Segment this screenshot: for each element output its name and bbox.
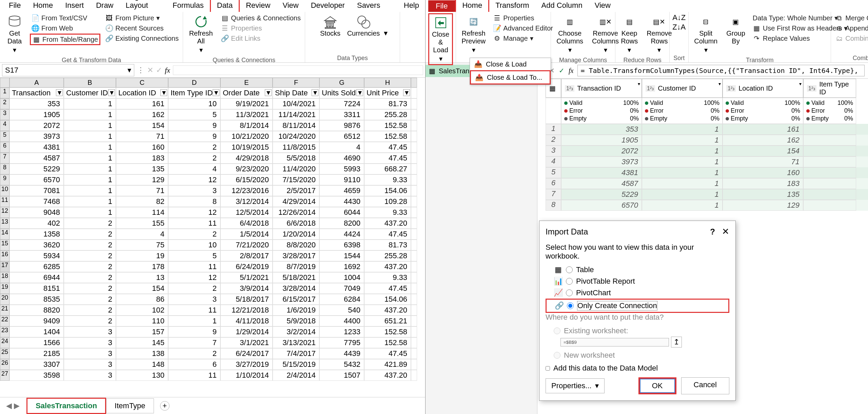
pq-cell[interactable]: 1 [642, 178, 723, 189]
cancel-button[interactable]: Cancel [681, 377, 729, 394]
cell[interactable]: 5 [168, 109, 220, 120]
pq-row-index[interactable]: 6 [546, 178, 561, 189]
cell[interactable]: 2/5/2017 [273, 185, 319, 196]
properties-button[interactable]: Properties...▾ [546, 378, 605, 393]
close-and-load-button[interactable]: Close & Load▾ [428, 13, 453, 65]
get-data-button[interactable]: Get Data ▾ [3, 13, 26, 55]
cell[interactable]: 3598 [9, 370, 64, 381]
row-header[interactable]: 18 [0, 272, 9, 283]
cell[interactable]: 2 [64, 316, 116, 326]
cell[interactable]: 152.58 [364, 120, 411, 131]
cell[interactable]: 9.33 [364, 272, 411, 283]
fx-icon[interactable]: fx [569, 67, 573, 75]
table-header-cell[interactable]: Ship Date▾ [273, 88, 319, 98]
row-header[interactable]: 10 [0, 185, 9, 196]
from-web-button[interactable]: 🌐From Web [30, 23, 100, 33]
cell[interactable]: 6284 [319, 294, 364, 305]
tab-help[interactable]: Help [398, 0, 425, 12]
cell[interactable]: 1 [64, 153, 116, 164]
pq-cell[interactable] [803, 200, 856, 211]
cell[interactable]: 3311 [319, 109, 364, 120]
from-text-csv-button[interactable]: 📄From Text/CSV [30, 13, 100, 23]
cell[interactable]: 4 [116, 229, 168, 240]
cell[interactable]: 5934 [9, 250, 64, 261]
pq-cell[interactable] [803, 135, 856, 146]
cell[interactable]: 255.28 [364, 250, 411, 261]
cell[interactable]: 8/11/2014 [273, 120, 319, 131]
radio-pivot-report[interactable] [566, 278, 573, 285]
close-load-menu-item[interactable]: 📥Close & Load [470, 58, 551, 70]
pq-cell[interactable]: 1 [642, 124, 723, 135]
cell[interactable]: 255.28 [364, 109, 411, 120]
cell[interactable]: 109.28 [364, 196, 411, 207]
cell[interactable]: 145 [116, 337, 168, 348]
cell[interactable]: 7/15/2020 [273, 174, 319, 185]
datatype-overflow[interactable]: ▾ [384, 29, 388, 38]
pq-cell[interactable]: 1 [642, 167, 723, 178]
tab-time-savers[interactable]: Time Savers [351, 0, 398, 12]
cell[interactable]: 3/13/2021 [273, 337, 319, 348]
cell[interactable]: 2 [64, 250, 116, 261]
cell[interactable]: 4400 [319, 316, 364, 326]
cell[interactable]: 47.45 [364, 229, 411, 240]
cell[interactable]: 2 [168, 142, 220, 153]
cell[interactable]: 9110 [319, 174, 364, 185]
cell[interactable]: 157 [116, 326, 168, 337]
cell[interactable]: 12 [168, 207, 220, 218]
cell[interactable]: 9 [168, 131, 220, 142]
pq-cell[interactable]: 1905 [561, 135, 642, 146]
table-header-cell[interactable]: Item Type ID▾ [168, 88, 220, 98]
cell[interactable]: 7049 [319, 283, 364, 294]
cell[interactable]: 8535 [9, 294, 64, 305]
cell[interactable]: 81.73 [364, 240, 411, 250]
worksheet-grid[interactable]: A B C D E F G H 1Transaction ID▾Customer… [0, 78, 425, 397]
tab-home[interactable]: Home [27, 0, 59, 12]
cell[interactable]: 437.20 [364, 305, 411, 316]
radio-table[interactable] [566, 266, 573, 273]
cell[interactable]: 3/12/2014 [220, 196, 273, 207]
cell[interactable]: 1 [64, 142, 116, 153]
cell[interactable]: 540 [319, 305, 364, 316]
tab-review[interactable]: Review [240, 0, 276, 12]
add-to-data-model-checkbox[interactable] [546, 366, 550, 371]
cell[interactable]: 102 [116, 305, 168, 316]
cell[interactable]: 47.45 [364, 348, 411, 359]
accept-icon[interactable]: ✓ [559, 67, 565, 75]
table-header-cell[interactable]: Customer ID▾ [64, 88, 116, 98]
tab-data[interactable]: Data [210, 0, 240, 12]
cell[interactable]: 10 [168, 98, 220, 109]
row-header[interactable]: 5 [0, 131, 9, 142]
cell[interactable]: 1566 [9, 337, 64, 348]
cell[interactable]: 8/1/2014 [220, 120, 273, 131]
cell[interactable]: 3 [168, 294, 220, 305]
pq-cell[interactable] [803, 167, 856, 178]
col-header[interactable] [411, 78, 417, 88]
recent-sources-button[interactable]: 🕘Recent Sources [104, 23, 180, 33]
table-header-cell[interactable]: Location ID▾ [116, 88, 168, 98]
cell[interactable]: 1 [64, 164, 116, 174]
pq-cell[interactable]: 1 [642, 156, 723, 167]
cell[interactable]: 6944 [9, 272, 64, 283]
row-header[interactable]: 15 [0, 240, 9, 250]
cell[interactable]: 12/23/2016 [220, 185, 273, 196]
col-header[interactable]: F [273, 78, 319, 88]
pq-row-index[interactable]: 7 [546, 189, 561, 200]
chevron-down-icon[interactable]: ▾ [799, 81, 802, 87]
cell[interactable]: 2 [64, 272, 116, 283]
cell[interactable]: 4430 [319, 196, 364, 207]
pq-cell[interactable] [803, 189, 856, 200]
cell[interactable]: 2/8/2017 [220, 250, 273, 261]
pq-cell[interactable]: 2072 [561, 146, 642, 156]
row-header[interactable]: 23 [0, 326, 9, 337]
cell[interactable]: 1 [64, 98, 116, 109]
cell[interactable]: 5 [168, 250, 220, 261]
cell[interactable]: 82 [116, 196, 168, 207]
pq-cell[interactable] [803, 156, 856, 167]
cell[interactable]: 2 [64, 240, 116, 250]
cell[interactable]: 651.21 [364, 316, 411, 326]
row-header[interactable]: 13 [0, 218, 9, 229]
cell[interactable]: 3/9/2014 [220, 283, 273, 294]
radio-only-connection[interactable] [567, 302, 574, 309]
cell[interactable]: 152.58 [364, 337, 411, 348]
filter-button[interactable]: ▾ [312, 89, 318, 96]
